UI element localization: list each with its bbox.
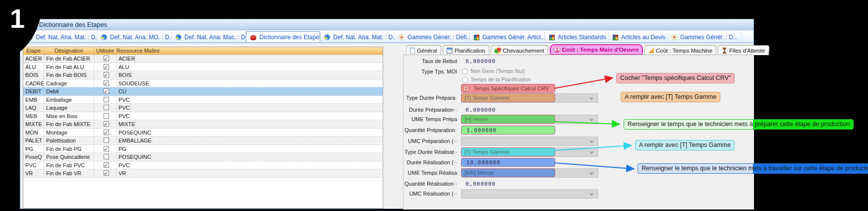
table-row[interactable]: BOISFin de Fab BOISBOIS xyxy=(23,71,383,79)
column-header-utilisee[interactable]: Utilisée xyxy=(94,47,116,54)
cell-etape: VR xyxy=(23,169,44,177)
flower-icon xyxy=(399,34,405,40)
doc-tab-def-nat-ana-mat-2[interactable]: Def. Nat. Ana. Mat. : D... xyxy=(320,31,395,43)
table-row[interactable]: LAQLaquagePVC xyxy=(23,104,383,112)
table-row[interactable]: ALUFin de Fab ALUALU xyxy=(23,63,383,71)
cell-ressource: CU xyxy=(116,87,127,95)
table-row-selected[interactable]: DEBITDebitCU xyxy=(23,87,383,96)
quantite-preparation-field[interactable]: 1,000000 xyxy=(461,126,555,135)
cell-ressource: POSEQUINC xyxy=(116,153,152,161)
doc-tab-label: Gammes Génér. : Défi... xyxy=(407,34,470,41)
utilisee-checkbox[interactable] xyxy=(104,130,109,135)
pie-chart-icon xyxy=(175,34,181,40)
field-label-type-duree-preparation: Type Durée Prépara· xyxy=(405,95,457,101)
column-header-ressource-maitre[interactable]: Ressource Maître xyxy=(116,47,160,54)
radio-icon[interactable] xyxy=(463,85,469,91)
umc-preparation-combo[interactable] xyxy=(461,137,598,146)
cell-designation: Cadrage xyxy=(44,79,94,87)
tab-chevauchement[interactable]: Chevauchement xyxy=(490,45,548,55)
doc-tab-label: Articles Standards xyxy=(558,34,606,41)
window-titlebar[interactable]: Dictionnaire des Etapes xyxy=(20,19,753,30)
doc-tab-label: Gammes Génér. Articl... xyxy=(482,34,545,41)
radio-icon[interactable] xyxy=(462,77,468,83)
doc-tab-def-nat-ana-mo[interactable]: Def. Nat. Ana. MO. : D... xyxy=(97,31,172,43)
doc-tab-dictionnaire-des-etapes[interactable]: Dictionnaire des Etapes xyxy=(246,31,320,43)
duree-preparation-value[interactable]: 0,000000 xyxy=(465,107,496,113)
cell-designation: Laquage xyxy=(44,104,94,112)
column-header-etape[interactable]: Etape xyxy=(23,47,44,54)
flower-icon xyxy=(671,34,677,40)
tab-cout-temps-main-doeuvre[interactable]: Coût : Temps Main d'Oeuvre xyxy=(550,44,643,55)
tab-general[interactable]: Général xyxy=(405,45,441,55)
radio-label: Temps de la Planification xyxy=(470,76,531,82)
doc-tab-articles-au-devis[interactable]: Articles au Devis xyxy=(609,31,667,43)
table-row[interactable]: MEBMise en BoisPVC xyxy=(23,112,383,121)
ume-temps-realisation-highlight[interactable]: [MN] Minute xyxy=(461,168,555,177)
utilisee-checkbox[interactable] xyxy=(104,170,109,176)
utilisee-checkbox[interactable] xyxy=(104,113,109,119)
utilisee-checkbox[interactable] xyxy=(104,154,109,159)
cell-etape: PALET xyxy=(23,137,44,144)
field-label-duree-realisation: Durée Réalisation (·· xyxy=(405,159,457,165)
table-row[interactable]: MONMontagePOSEQUINC xyxy=(23,129,383,137)
tab-cout-temps-machine[interactable]: Coût : Temps Machine xyxy=(644,45,717,55)
cell-designation: Montage xyxy=(44,129,94,137)
field-label-duree-preparation: Durée Préparation·· xyxy=(405,107,457,113)
utilisee-checkbox[interactable] xyxy=(104,121,109,127)
taux-de-rebut-value[interactable]: 0,000000 xyxy=(465,58,496,65)
utilisee-checkbox[interactable] xyxy=(104,72,109,77)
tab-planification[interactable]: Planification xyxy=(442,45,489,55)
doc-tab-articles-standards[interactable]: Articles Standards xyxy=(545,31,609,43)
type-duree-preparation-highlight[interactable]: [T] Temps Gamme xyxy=(461,93,555,102)
table-row[interactable]: CADRECadrageSOUDEUSE xyxy=(23,79,383,88)
radio-label: Non Gere (Temps Nul) xyxy=(470,68,525,74)
utilisee-checkbox[interactable] xyxy=(104,146,109,151)
doc-tab-label: Dictionnaire des Etapes xyxy=(259,34,320,41)
table-row[interactable]: PALETPalettisationEMBALLAGE xyxy=(23,137,383,145)
calendar-icon xyxy=(447,48,453,54)
table-row[interactable]: PVCFin de Fab PVCPVC xyxy=(23,161,383,170)
annotation-remplir-temps-gamme-prepa: A remplir avec [T] Temps Gamme xyxy=(621,92,720,102)
column-header-designation[interactable]: Désignation xyxy=(44,47,94,54)
doc-tab-gammes-gener-articl[interactable]: Gammes Génér. Articl... xyxy=(470,31,545,43)
umc-realisation-combo[interactable] xyxy=(461,189,598,199)
pie-chart-icon xyxy=(101,34,107,40)
doc-tab-gammes-gener-d[interactable]: Gammes Génér. : D... xyxy=(667,31,742,43)
utilisee-checkbox[interactable] xyxy=(104,97,109,102)
radio-option-temps-specifiques-crv[interactable]: Temps Spécifiques Calcul CRV xyxy=(461,84,555,93)
cell-designation: Debit xyxy=(44,87,94,95)
utilisee-checkbox[interactable] xyxy=(104,105,109,110)
field-label-quantite-realisation: Quantité Réalisation·· xyxy=(405,181,457,187)
utilisee-checkbox[interactable] xyxy=(104,138,109,143)
quantite-realisation-value[interactable]: 0,000000 xyxy=(465,181,496,187)
radio-icon[interactable] xyxy=(462,69,468,74)
tab-files-dattente[interactable]: Files d'Attente xyxy=(718,45,770,55)
cell-etape: PoseQ xyxy=(23,153,44,161)
table-row[interactable]: PoseQPose QuincailleriePOSEQUINC xyxy=(23,153,383,161)
utilisee-checkbox[interactable] xyxy=(104,64,109,70)
radio-option-non-gere[interactable]: Non Gere (Temps Nul) xyxy=(461,68,555,76)
table-row[interactable]: VRFin de Fab VRVR xyxy=(23,169,383,178)
table-row[interactable]: EMBEmballagePVC xyxy=(23,96,383,104)
doc-tab-gammes-gener-defi[interactable]: Gammes Génér. : Défi... xyxy=(395,31,470,43)
utilisee-checkbox[interactable] xyxy=(104,56,109,61)
utilisee-checkbox[interactable] xyxy=(104,162,109,168)
cell-designation: Fin de Fab PG xyxy=(44,145,94,153)
radio-option-temps-planification[interactable]: Temps de la Planification xyxy=(461,76,555,84)
cell-ressource: SOUDEUSE xyxy=(116,79,150,87)
document-tabstrip: Def. Nat. Ana. Mat. : D... Def. Nat. Ana… xyxy=(20,30,753,43)
doc-tab-def-nat-ana-mac[interactable]: Def. Nat. Ana. Mac. : D... xyxy=(172,31,246,43)
table-row[interactable]: ACIERFin de Fab ACIERACIER xyxy=(23,55,383,63)
field-label-ume-temps-preparation: UME Temps Prépa xyxy=(405,116,457,122)
cell-designation: Fin de Fab BOIS xyxy=(44,71,94,79)
type-duree-realisation-highlight[interactable]: [T] Temps Gamme xyxy=(461,147,555,156)
ume-temps-preparation-highlight[interactable]: [H] Heure xyxy=(461,115,555,124)
cell-designation: Mise en Bois xyxy=(44,112,94,120)
utilisee-checkbox[interactable] xyxy=(104,88,109,94)
table-row[interactable]: PGFin de Fab PGPG xyxy=(23,145,383,153)
table-row[interactable]: MIXTEFin de Fab MIXTEMIXTE xyxy=(23,120,383,129)
duree-realisation-field[interactable]: 10,000000 xyxy=(461,158,555,167)
doc-tab-label: Def. Nat. Ana. Mat. : D... xyxy=(333,34,395,41)
field-label-type-tps-moi: Type Tps. MOI xyxy=(405,69,457,74)
utilisee-checkbox[interactable] xyxy=(104,80,109,86)
